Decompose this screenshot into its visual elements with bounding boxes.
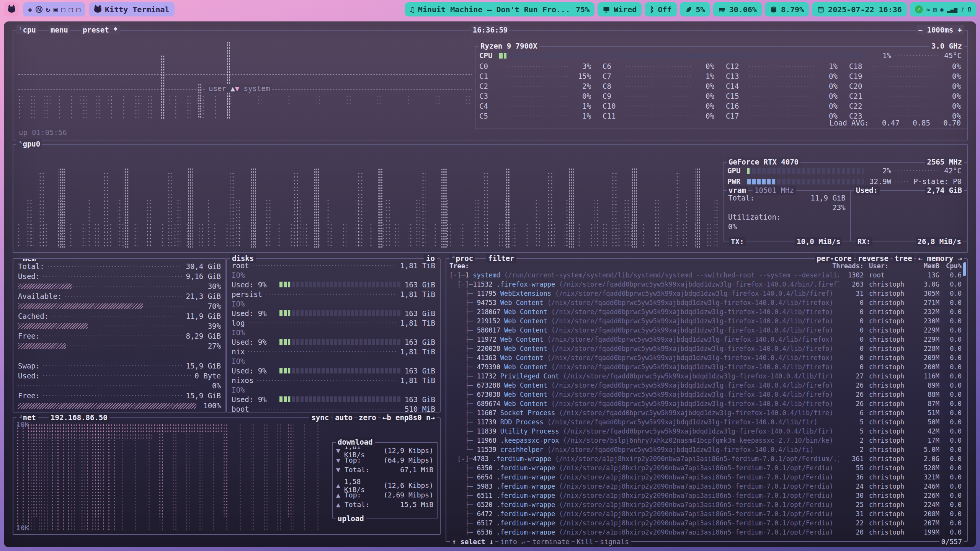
process-row[interactable]: ├─ 11795 WebExtensions (/nix/store/fqadd… (449, 289, 962, 298)
network-widget[interactable]: Wired (598, 2, 642, 16)
tree-toggle[interactable]: tree (893, 254, 914, 263)
disks-panel-title[interactable]: disks (230, 254, 256, 263)
kill-action[interactable]: Kill (575, 537, 595, 546)
core-pct: 0% (571, 92, 591, 100)
signal-icon[interactable]: ▂▄▆ (947, 6, 957, 13)
process-row[interactable]: ├─ 11972 Web Content (/nix/store/fqadd0b… (449, 335, 962, 344)
info-action[interactable]: info ↵ (498, 537, 527, 546)
process-cpu: 0.0 (939, 500, 962, 509)
process-user: christoph (864, 482, 913, 491)
process-row[interactable]: ├─ 11739 RDD Process (/nix/store/fqadd0b… (449, 417, 962, 427)
core-label: C4 (479, 102, 499, 110)
reverse-toggle[interactable]: reverse (856, 254, 890, 263)
process-row[interactable]: [-]─1 systemd (/run/current-system/syste… (449, 271, 962, 280)
process-row[interactable]: ├─ 6654 .ferdium-wrappe (/nix/store/a1pj… (449, 473, 962, 482)
interval-decrease[interactable]: − (918, 26, 923, 34)
memory-rows: Total:30,4 GiB Used:9,16 GiB 30% Availab… (13, 259, 225, 411)
process-row[interactable]: ├─ 580017 Web Content (/nix/store/fqadd0… (449, 326, 962, 335)
tree-branch: ├─ (449, 344, 477, 353)
process-row[interactable]: ├─ 11968 .keepassxc-prox (/nix/store/bsl… (449, 436, 962, 445)
net-sync-toggle[interactable]: sync (309, 413, 331, 422)
sort-column-selector[interactable]: ← memory → (916, 254, 964, 263)
process-row[interactable]: [-]─4783 .ferdium-wrappe (/nix/store/a1p… (449, 454, 962, 463)
process-row[interactable]: ├─ 689674 Web Content (/nix/store/fqadd0… (449, 399, 962, 408)
process-user: christoph (864, 399, 913, 408)
music-widget[interactable]: ♫ Minuit Machine – Don't Run Fro... (405, 2, 575, 16)
core-label: C1 (479, 72, 499, 80)
memory-usage-widget[interactable]: 30.06% (713, 2, 762, 16)
workspace-icon[interactable]: ↻ (46, 2, 50, 16)
process-row[interactable]: ├─ 673288 Web Content (/nix/store/fqadd0… (449, 381, 962, 390)
disk-usage-widget[interactable]: 8.79% (765, 2, 809, 16)
download-title: download (336, 437, 375, 447)
bell-icon[interactable]: Ω (968, 6, 971, 13)
process-row[interactable]: ├─ 6536 .ferdium-wrappe (/nix/store/a1pj… (449, 528, 962, 535)
disks-io-title[interactable]: io (424, 254, 437, 263)
cpu-core-row: C10 0% (603, 101, 714, 111)
process-row[interactable]: ├─ 220028 Web Content (/nix/store/fqadd0… (449, 344, 962, 353)
per-core-toggle[interactable]: per-core (815, 254, 854, 263)
tree-branch: ├─ (449, 335, 477, 344)
net-auto-toggle[interactable]: auto (333, 413, 354, 422)
volume-small-icon[interactable]: ♪ (961, 6, 964, 13)
process-row[interactable]: ├─ 218067 Web Content (/nix/store/fqadd0… (449, 307, 962, 316)
signals-action[interactable]: signals (598, 537, 631, 546)
display-icon[interactable]: ▤ (933, 6, 937, 13)
process-row[interactable]: ├─ 11732 Privileged Cont (/nix/store/fqa… (449, 372, 962, 381)
gpu-power-bar (747, 179, 864, 184)
mem-row: Free:8,29 GiB (13, 331, 225, 341)
clock-widget[interactable]: 2025-07-22 16:36 (812, 2, 907, 16)
interval-increase[interactable]: + (958, 26, 962, 34)
process-row[interactable]: ├─ 41363 Web Content (/nix/store/fqadd0b… (449, 353, 962, 362)
workspace-icon[interactable]: Ⓝ (36, 2, 42, 16)
process-user: christoph (864, 335, 913, 344)
workspace-icon[interactable]: ▣ (54, 2, 58, 16)
cpu-panel-title[interactable]: ¹cpu (16, 25, 38, 34)
select-action[interactable]: ↑ select ↓ (450, 537, 495, 546)
process-command: (/nix/store/fqadd0bprwc5yw5k99xajbdqd1dz… (547, 316, 839, 326)
workspace-icon[interactable]: ◈ (28, 2, 32, 16)
active-window-segment[interactable]: Kitty Terminal (89, 2, 175, 16)
bluetooth-widget[interactable]: ᛒ Off (645, 2, 676, 16)
camera-icon[interactable]: ◉ (940, 6, 944, 13)
process-row[interactable]: ├─ 11839 Utility Process (/nix/store/fqa… (449, 427, 962, 436)
process-row[interactable]: ├─ 6517 .ferdium-wrappe (/nix/store/a1pj… (449, 518, 962, 528)
terminate-action[interactable]: terminate (530, 537, 572, 546)
process-row[interactable]: ├─ 673038 Web Content (/nix/store/fqadd0… (449, 390, 962, 399)
process-row[interactable]: ├─ 5983 .ferdium-wrappe (/nix/store/a1pj… (449, 482, 962, 491)
filter-button[interactable]: filter (486, 254, 516, 263)
core-pct: 0% (941, 82, 961, 90)
process-scrollbar[interactable] (963, 262, 966, 276)
process-row[interactable]: ├─ 6472 .ferdium-wrappe (/nix/store/a1pj… (449, 509, 962, 518)
launcher-button[interactable] (4, 2, 19, 16)
process-panel-title[interactable]: ⁴proc (449, 254, 475, 263)
memory-panel-title[interactable]: ²mem (16, 258, 38, 263)
process-name: .ferdium-wrappe (493, 473, 555, 482)
gpu-panel-title[interactable]: ⁵gpu0 (16, 139, 42, 148)
preset-button[interactable]: preset * (81, 25, 120, 34)
disk-io-label: IO% (232, 271, 245, 279)
leader-dots (749, 106, 814, 106)
workspace-icon[interactable]: ▢ (61, 2, 65, 16)
process-user: christoph (864, 454, 913, 463)
tree-branch: ├─ (449, 491, 477, 500)
workspace-icon[interactable]: ▢ (69, 2, 73, 16)
check-circle-icon[interactable]: ✓ (915, 5, 923, 13)
process-row[interactable]: [-]─11532 .firefox-wrappe (/nix/store/fq… (449, 280, 962, 289)
workspace-icon[interactable]: ▢ (76, 2, 80, 16)
process-row[interactable]: ├─ 219152 Web Content (/nix/store/fqadd0… (449, 316, 962, 326)
process-command: (/nix/store/a1pj8hxirp2y2090nbwa7api3asi… (555, 482, 839, 491)
process-row[interactable]: ├─ 6511 .ferdium-wrappe (/nix/store/a1pj… (449, 491, 962, 500)
net-interface-selector[interactable]: ←b enp8s0 n→ (381, 413, 437, 422)
network-panel-title[interactable]: ³net (16, 413, 38, 422)
process-row[interactable]: ├─ 6520 .ferdium-wrappe (/nix/store/a1pj… (449, 500, 962, 509)
process-row[interactable]: └─ 11539 crashhelper (/nix/store/fqadd0b… (449, 445, 962, 454)
process-row[interactable]: ├─ 94753 Web Content (/nix/store/fqadd0b… (449, 298, 962, 307)
menu-button[interactable]: menu (49, 25, 70, 34)
process-row[interactable]: ├─ 6350 .ferdium-wrappe (/nix/store/a1pj… (449, 463, 962, 473)
process-row[interactable]: ├─ 479390 Web Content (/nix/store/fqadd0… (449, 362, 962, 372)
process-row[interactable]: ├─ 11607 Socket Process (/nix/store/fqad… (449, 408, 962, 417)
waveform-icon[interactable]: ≈ (926, 6, 930, 13)
net-zero-toggle[interactable]: zero (357, 413, 378, 422)
cpu-usage-widget[interactable]: 5% (680, 2, 710, 16)
